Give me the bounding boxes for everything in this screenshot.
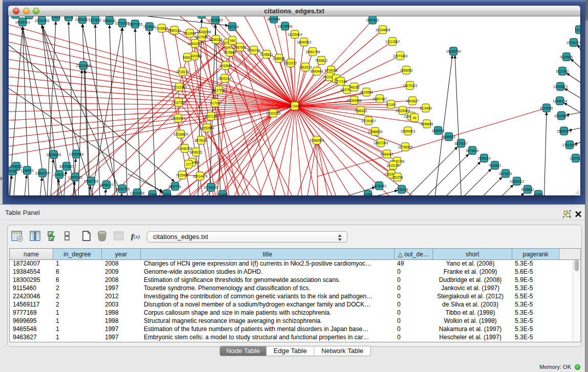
svg-text:12975115: 12975115	[403, 84, 417, 87]
svg-text:6794028: 6794028	[325, 69, 338, 72]
svg-text:9115460: 9115460	[420, 106, 432, 110]
svg-text:9327500: 9327500	[195, 35, 208, 39]
svg-text:41700: 41700	[210, 101, 220, 105]
svg-text:10958107: 10958107	[99, 183, 114, 187]
svg-text:9084067: 9084067	[381, 152, 394, 156]
svg-text:20091406: 20091406	[35, 19, 50, 23]
svg-text:1733426: 1733426	[396, 188, 408, 191]
svg-text:44: 44	[412, 116, 417, 120]
svg-text:10653: 10653	[51, 16, 60, 19]
svg-text:1527602: 1527602	[89, 18, 102, 22]
svg-text:7632621: 7632621	[489, 164, 502, 167]
svg-text:8813054: 8813054	[268, 17, 280, 21]
svg-text:8660124: 8660124	[168, 29, 181, 32]
svg-text:(x): (x)	[134, 233, 140, 240]
svg-text:2009: 2009	[26, 16, 33, 17]
svg-text:19756928: 19756928	[398, 145, 413, 149]
svg-text:8912954: 8912954	[184, 32, 197, 35]
svg-text:87966: 87966	[148, 193, 157, 196]
svg-text:92450: 92450	[534, 193, 543, 196]
svg-text:8878334: 8878334	[195, 139, 208, 142]
svg-text:20206535: 20206535	[47, 153, 61, 157]
svg-text:7485063: 7485063	[400, 69, 413, 72]
svg-text:18724007: 18724007	[288, 104, 302, 108]
svg-text:12923466: 12923466	[130, 191, 145, 195]
svg-text:16961758: 16961758	[306, 50, 320, 54]
svg-text:12093872: 12093872	[553, 85, 568, 89]
svg-text:16154808: 16154808	[376, 28, 390, 32]
svg-text:18807249: 18807249	[374, 141, 388, 145]
svg-text:16358: 16358	[363, 193, 373, 196]
svg-text:19654923: 19654923	[171, 117, 186, 120]
svg-text:7955812: 7955812	[315, 59, 328, 62]
svg-text:8215955: 8215955	[540, 106, 553, 110]
svg-text:8471676: 8471676	[499, 172, 512, 176]
svg-text:9146821: 9146821	[260, 53, 273, 56]
svg-text:1145194: 1145194	[53, 173, 66, 177]
svg-text:10025458: 10025458	[396, 109, 410, 113]
svg-text:10973493: 10973493	[393, 54, 408, 58]
svg-text:2718176: 2718176	[177, 70, 189, 74]
svg-text:1167533: 1167533	[570, 157, 580, 160]
svg-text:12213967: 12213967	[385, 40, 400, 43]
svg-text:10653267: 10653267	[75, 18, 90, 21]
svg-text:98961: 98961	[183, 56, 192, 59]
svg-text:30975887: 30975887	[59, 165, 74, 168]
svg-text:16648794: 16648794	[446, 50, 461, 53]
svg-text:15716485: 15716485	[204, 186, 219, 189]
svg-text:1615132: 1615132	[387, 164, 400, 167]
svg-text:20364436: 20364436	[347, 99, 362, 102]
svg-text:9242848: 9242848	[220, 64, 232, 68]
svg-text:9657791: 9657791	[169, 185, 182, 188]
svg-text:10107553: 10107553	[171, 101, 186, 104]
svg-text:92450: 92450	[218, 193, 227, 196]
svg-text:9699695: 9699695	[421, 122, 433, 126]
svg-text:17957225: 17957225	[84, 180, 99, 183]
svg-text:7163822: 7163822	[156, 27, 168, 30]
svg-text:1362615: 1362615	[299, 65, 312, 69]
svg-text:1588520: 1588520	[273, 57, 286, 60]
svg-text:277: 277	[186, 163, 191, 166]
svg-text:7357224: 7357224	[226, 25, 239, 29]
svg-text:8267130: 8267130	[205, 115, 217, 118]
svg-text:15276: 15276	[64, 16, 73, 19]
svg-text:62160: 62160	[386, 103, 396, 106]
svg-text:8427552: 8427552	[213, 89, 226, 92]
svg-text:9329966: 9329966	[560, 55, 573, 59]
svg-text:3624554: 3624554	[360, 91, 373, 94]
svg-text:14055714: 14055714	[15, 20, 30, 24]
svg-text:19218506: 19218506	[278, 25, 293, 28]
svg-text:3675685: 3675685	[224, 51, 236, 54]
svg-text:2867608: 2867608	[234, 46, 247, 49]
svg-text:10688609: 10688609	[368, 130, 383, 134]
svg-text:20053346: 20053346	[76, 64, 91, 68]
svg-text:746266: 746266	[349, 85, 360, 89]
svg-text:8322037: 8322037	[285, 61, 297, 65]
svg-text:9474444: 9474444	[466, 149, 479, 152]
svg-text:8186328: 8186328	[210, 38, 223, 41]
svg-text:12213383: 12213383	[172, 85, 187, 89]
svg-text:546: 546	[230, 39, 235, 42]
svg-text:15751074: 15751074	[567, 41, 580, 45]
svg-text:15720407: 15720407	[361, 119, 376, 123]
svg-text:9245652: 9245652	[521, 188, 534, 191]
svg-text:391590: 391590	[9, 169, 18, 173]
svg-text:1640934: 1640934	[432, 129, 445, 133]
svg-text:9463627: 9463627	[406, 99, 419, 103]
svg-text:10807487: 10807487	[373, 97, 387, 101]
svg-text:15692971: 15692971	[557, 129, 572, 133]
svg-text:19384554: 19384554	[310, 139, 324, 142]
svg-text:18300295: 18300295	[266, 112, 281, 115]
svg-text:10654112: 10654112	[510, 180, 524, 183]
svg-text:9777169: 9777169	[335, 80, 347, 83]
svg-text:11173: 11173	[575, 28, 580, 32]
svg-text:17359924: 17359924	[69, 152, 84, 156]
svg-text:13325419: 13325419	[288, 33, 302, 36]
svg-text:16210643: 16210643	[554, 114, 569, 118]
svg-text:16033809: 16033809	[208, 18, 223, 22]
svg-text:2935114: 2935114	[478, 157, 491, 160]
svg-text:12942737: 12942737	[35, 171, 50, 175]
svg-text:7625402: 7625402	[176, 173, 189, 177]
svg-text:12444154: 12444154	[553, 99, 568, 103]
svg-text:16914479: 16914479	[193, 174, 208, 178]
